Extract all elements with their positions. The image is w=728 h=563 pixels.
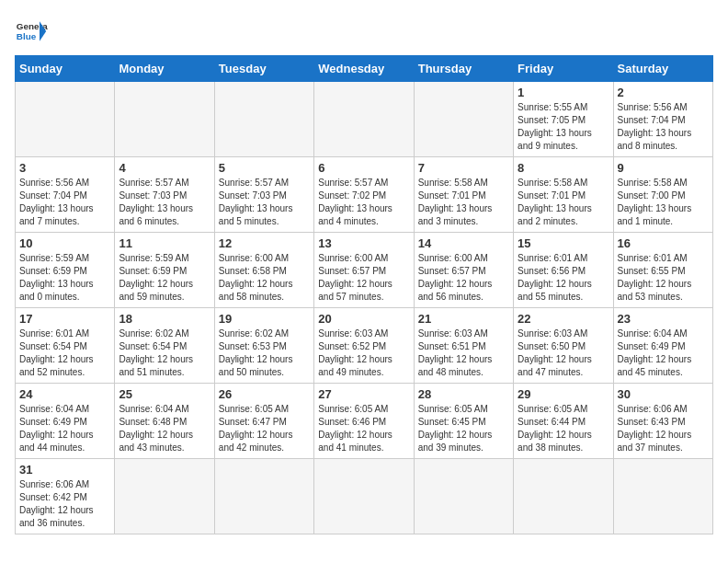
- day-number: 29: [518, 387, 609, 401]
- calendar-cell: 6Sunrise: 5:57 AM Sunset: 7:02 PM Daylig…: [314, 157, 414, 233]
- calendar-week-3: 17Sunrise: 6:01 AM Sunset: 6:54 PM Dayli…: [16, 308, 713, 384]
- calendar-cell: 11Sunrise: 5:59 AM Sunset: 6:59 PM Dayli…: [115, 233, 214, 308]
- calendar-cell: [16, 82, 115, 157]
- day-info: Sunrise: 6:06 AM Sunset: 6:43 PM Dayligh…: [618, 403, 709, 454]
- weekday-header-wednesday: Wednesday: [314, 56, 414, 82]
- day-info: Sunrise: 5:57 AM Sunset: 7:03 PM Dayligh…: [219, 177, 310, 228]
- calendar: SundayMondayTuesdayWednesdayThursdayFrid…: [15, 55, 713, 534]
- calendar-cell: 20Sunrise: 6:03 AM Sunset: 6:52 PM Dayli…: [314, 308, 414, 384]
- calendar-cell: 22Sunrise: 6:03 AM Sunset: 6:50 PM Dayli…: [514, 308, 613, 384]
- day-number: 1: [518, 86, 609, 99]
- calendar-cell: 16Sunrise: 6:01 AM Sunset: 6:55 PM Dayli…: [613, 233, 712, 308]
- day-info: Sunrise: 6:00 AM Sunset: 6:57 PM Dayligh…: [418, 252, 509, 304]
- calendar-week-0: 1Sunrise: 5:55 AM Sunset: 7:05 PM Daylig…: [16, 82, 713, 157]
- day-info: Sunrise: 5:55 AM Sunset: 7:05 PM Dayligh…: [518, 101, 609, 153]
- day-number: 19: [219, 312, 310, 326]
- day-number: 21: [418, 312, 509, 326]
- day-number: 31: [19, 463, 110, 477]
- calendar-cell: [514, 459, 613, 534]
- day-number: 23: [618, 312, 709, 326]
- day-number: 24: [19, 387, 110, 401]
- day-info: Sunrise: 6:05 AM Sunset: 6:47 PM Dayligh…: [219, 403, 310, 454]
- calendar-cell: 13Sunrise: 6:00 AM Sunset: 6:57 PM Dayli…: [314, 233, 414, 308]
- day-info: Sunrise: 5:59 AM Sunset: 6:59 PM Dayligh…: [119, 252, 210, 304]
- day-number: 30: [618, 387, 709, 401]
- day-info: Sunrise: 6:02 AM Sunset: 6:53 PM Dayligh…: [219, 327, 310, 379]
- calendar-week-4: 24Sunrise: 6:04 AM Sunset: 6:49 PM Dayli…: [16, 384, 713, 459]
- svg-text:Blue: Blue: [17, 31, 37, 41]
- day-number: 25: [119, 387, 210, 401]
- weekday-header-saturday: Saturday: [613, 56, 712, 82]
- calendar-cell: [414, 82, 513, 157]
- calendar-cell: 28Sunrise: 6:05 AM Sunset: 6:45 PM Dayli…: [414, 384, 513, 459]
- day-info: Sunrise: 6:04 AM Sunset: 6:48 PM Dayligh…: [119, 403, 210, 454]
- day-info: Sunrise: 6:05 AM Sunset: 6:46 PM Dayligh…: [318, 403, 409, 454]
- calendar-cell: [214, 82, 313, 157]
- calendar-cell: 1Sunrise: 5:55 AM Sunset: 7:05 PM Daylig…: [514, 82, 613, 157]
- day-number: 27: [318, 387, 409, 401]
- day-info: Sunrise: 6:01 AM Sunset: 6:55 PM Dayligh…: [618, 252, 709, 304]
- day-number: 3: [19, 161, 110, 175]
- calendar-cell: [115, 82, 214, 157]
- day-info: Sunrise: 6:05 AM Sunset: 6:44 PM Dayligh…: [518, 403, 609, 454]
- day-number: 17: [19, 312, 110, 326]
- calendar-cell: [115, 459, 214, 534]
- calendar-cell: [214, 459, 313, 534]
- calendar-cell: [314, 82, 414, 157]
- weekday-header-monday: Monday: [115, 56, 214, 82]
- day-number: 13: [318, 236, 409, 250]
- logo: General Blue: [15, 15, 48, 48]
- day-number: 4: [119, 161, 210, 175]
- weekday-header-friday: Friday: [514, 56, 613, 82]
- calendar-cell: 27Sunrise: 6:05 AM Sunset: 6:46 PM Dayli…: [314, 384, 414, 459]
- day-number: 2: [618, 86, 709, 99]
- calendar-cell: 31Sunrise: 6:06 AM Sunset: 6:42 PM Dayli…: [16, 459, 115, 534]
- header: General Blue: [15, 15, 713, 48]
- calendar-cell: 3Sunrise: 5:56 AM Sunset: 7:04 PM Daylig…: [16, 157, 115, 233]
- day-info: Sunrise: 6:03 AM Sunset: 6:50 PM Dayligh…: [518, 327, 609, 379]
- day-info: Sunrise: 6:04 AM Sunset: 6:49 PM Dayligh…: [19, 403, 110, 454]
- day-number: 20: [318, 312, 409, 326]
- day-info: Sunrise: 6:05 AM Sunset: 6:45 PM Dayligh…: [418, 403, 509, 454]
- calendar-cell: 12Sunrise: 6:00 AM Sunset: 6:58 PM Dayli…: [214, 233, 313, 308]
- day-info: Sunrise: 6:00 AM Sunset: 6:58 PM Dayligh…: [219, 252, 310, 304]
- day-number: 7: [418, 161, 509, 175]
- day-info: Sunrise: 5:58 AM Sunset: 7:00 PM Dayligh…: [618, 177, 709, 228]
- calendar-cell: 2Sunrise: 5:56 AM Sunset: 7:04 PM Daylig…: [613, 82, 712, 157]
- day-info: Sunrise: 6:02 AM Sunset: 6:54 PM Dayligh…: [119, 327, 210, 379]
- day-info: Sunrise: 6:03 AM Sunset: 6:51 PM Dayligh…: [418, 327, 509, 379]
- day-number: 5: [219, 161, 310, 175]
- day-info: Sunrise: 5:59 AM Sunset: 6:59 PM Dayligh…: [19, 252, 110, 304]
- day-info: Sunrise: 6:00 AM Sunset: 6:57 PM Dayligh…: [318, 252, 409, 304]
- calendar-cell: [414, 459, 513, 534]
- calendar-week-2: 10Sunrise: 5:59 AM Sunset: 6:59 PM Dayli…: [16, 233, 713, 308]
- day-number: 16: [618, 236, 709, 250]
- day-number: 11: [119, 236, 210, 250]
- calendar-cell: 18Sunrise: 6:02 AM Sunset: 6:54 PM Dayli…: [115, 308, 214, 384]
- calendar-cell: 19Sunrise: 6:02 AM Sunset: 6:53 PM Dayli…: [214, 308, 313, 384]
- day-info: Sunrise: 5:56 AM Sunset: 7:04 PM Dayligh…: [19, 177, 110, 228]
- calendar-cell: 26Sunrise: 6:05 AM Sunset: 6:47 PM Dayli…: [214, 384, 313, 459]
- calendar-cell: 24Sunrise: 6:04 AM Sunset: 6:49 PM Dayli…: [16, 384, 115, 459]
- day-info: Sunrise: 6:06 AM Sunset: 6:42 PM Dayligh…: [19, 478, 110, 530]
- calendar-cell: [613, 459, 712, 534]
- day-number: 26: [219, 387, 310, 401]
- calendar-week-1: 3Sunrise: 5:56 AM Sunset: 7:04 PM Daylig…: [16, 157, 713, 233]
- weekday-header-tuesday: Tuesday: [214, 56, 313, 82]
- calendar-cell: 8Sunrise: 5:58 AM Sunset: 7:01 PM Daylig…: [514, 157, 613, 233]
- calendar-cell: 17Sunrise: 6:01 AM Sunset: 6:54 PM Dayli…: [16, 308, 115, 384]
- day-number: 18: [119, 312, 210, 326]
- calendar-cell: 7Sunrise: 5:58 AM Sunset: 7:01 PM Daylig…: [414, 157, 513, 233]
- day-info: Sunrise: 6:04 AM Sunset: 6:49 PM Dayligh…: [618, 327, 709, 379]
- calendar-cell: 5Sunrise: 5:57 AM Sunset: 7:03 PM Daylig…: [214, 157, 313, 233]
- calendar-cell: 10Sunrise: 5:59 AM Sunset: 6:59 PM Dayli…: [16, 233, 115, 308]
- day-info: Sunrise: 6:01 AM Sunset: 6:54 PM Dayligh…: [19, 327, 110, 379]
- calendar-cell: 30Sunrise: 6:06 AM Sunset: 6:43 PM Dayli…: [613, 384, 712, 459]
- day-info: Sunrise: 5:57 AM Sunset: 7:03 PM Dayligh…: [119, 177, 210, 228]
- day-number: 8: [518, 161, 609, 175]
- day-number: 9: [618, 161, 709, 175]
- day-number: 28: [418, 387, 509, 401]
- calendar-cell: 15Sunrise: 6:01 AM Sunset: 6:56 PM Dayli…: [514, 233, 613, 308]
- day-number: 22: [518, 312, 609, 326]
- day-info: Sunrise: 6:03 AM Sunset: 6:52 PM Dayligh…: [318, 327, 409, 379]
